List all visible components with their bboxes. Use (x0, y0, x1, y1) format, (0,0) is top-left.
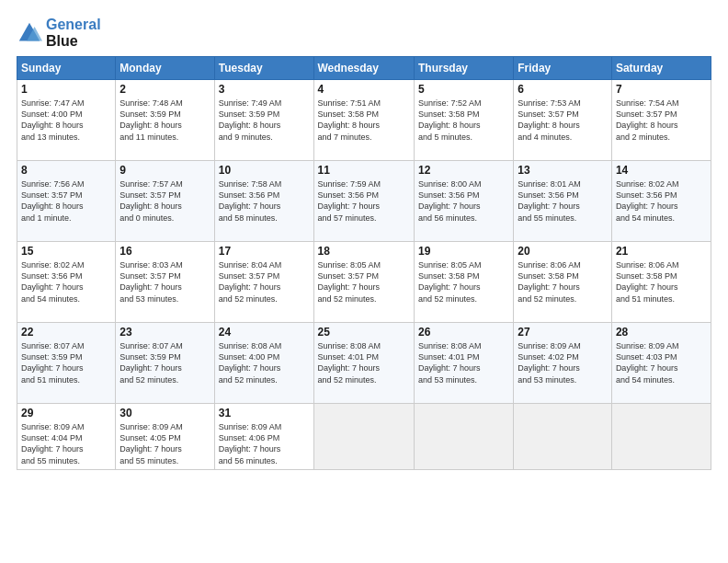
day-info: Sunrise: 7:58 AMSunset: 3:56 PMDaylight:… (219, 178, 310, 224)
calendar: SundayMondayTuesdayWednesdayThursdayFrid… (17, 56, 711, 470)
day-number: 13 (518, 164, 608, 177)
day-number: 20 (518, 245, 608, 258)
day-number: 16 (119, 245, 210, 258)
calendar-cell: 23Sunrise: 8:07 AMSunset: 3:59 PMDayligh… (116, 323, 214, 404)
calendar-cell: 6Sunrise: 7:53 AMSunset: 3:57 PMDaylight… (514, 80, 612, 161)
calendar-cell: 2Sunrise: 7:48 AMSunset: 3:59 PMDaylight… (116, 80, 214, 161)
calendar-cell: 30Sunrise: 8:09 AMSunset: 4:05 PMDayligh… (116, 404, 214, 470)
header: General Blue (17, 17, 711, 49)
calendar-cell: 22Sunrise: 8:07 AMSunset: 3:59 PMDayligh… (17, 323, 116, 404)
calendar-cell: 3Sunrise: 7:49 AMSunset: 3:59 PMDaylight… (214, 80, 313, 161)
calendar-cell (313, 404, 414, 470)
calendar-cell: 24Sunrise: 8:08 AMSunset: 4:00 PMDayligh… (214, 323, 313, 404)
day-info: Sunrise: 8:09 AMSunset: 4:06 PMDaylight:… (219, 421, 310, 466)
day-info: Sunrise: 8:05 AMSunset: 3:58 PMDaylight:… (418, 259, 509, 304)
calendar-week-row: 1Sunrise: 7:47 AMSunset: 4:00 PMDaylight… (17, 80, 711, 161)
calendar-week-row: 15Sunrise: 8:02 AMSunset: 3:56 PMDayligh… (17, 242, 711, 323)
day-info: Sunrise: 8:07 AMSunset: 3:59 PMDaylight:… (21, 340, 111, 385)
calendar-cell: 20Sunrise: 8:06 AMSunset: 3:58 PMDayligh… (514, 242, 612, 323)
day-info: Sunrise: 7:59 AMSunset: 3:56 PMDaylight:… (318, 178, 410, 224)
day-info: Sunrise: 8:08 AMSunset: 4:00 PMDaylight:… (219, 340, 310, 385)
col-header-thursday: Thursday (414, 57, 513, 80)
day-info: Sunrise: 8:09 AMSunset: 4:05 PMDaylight:… (119, 421, 210, 466)
calendar-header-row: SundayMondayTuesdayWednesdayThursdayFrid… (17, 57, 711, 80)
day-info: Sunrise: 8:06 AMSunset: 3:58 PMDaylight:… (616, 259, 707, 304)
day-number: 3 (219, 83, 310, 96)
calendar-cell: 4Sunrise: 7:51 AMSunset: 3:58 PMDaylight… (313, 80, 414, 161)
col-header-sunday: Sunday (17, 57, 116, 80)
day-info: Sunrise: 8:04 AMSunset: 3:57 PMDaylight:… (219, 259, 310, 304)
col-header-monday: Monday (116, 57, 214, 80)
day-number: 1 (21, 83, 111, 96)
day-info: Sunrise: 7:47 AMSunset: 4:00 PMDaylight:… (21, 98, 111, 143)
calendar-cell: 1Sunrise: 7:47 AMSunset: 4:00 PMDaylight… (17, 80, 116, 161)
day-number: 9 (119, 164, 210, 177)
day-number: 18 (318, 245, 410, 258)
calendar-week-row: 29Sunrise: 8:09 AMSunset: 4:04 PMDayligh… (17, 404, 711, 470)
calendar-cell: 5Sunrise: 7:52 AMSunset: 3:58 PMDaylight… (414, 80, 513, 161)
day-info: Sunrise: 7:54 AMSunset: 3:57 PMDaylight:… (616, 98, 707, 143)
day-info: Sunrise: 8:00 AMSunset: 3:56 PMDaylight:… (418, 178, 509, 224)
day-info: Sunrise: 8:02 AMSunset: 3:56 PMDaylight:… (616, 178, 707, 224)
day-number: 22 (21, 326, 111, 339)
calendar-week-row: 8Sunrise: 7:56 AMSunset: 3:57 PMDaylight… (17, 161, 711, 242)
calendar-cell: 17Sunrise: 8:04 AMSunset: 3:57 PMDayligh… (214, 242, 313, 323)
col-header-friday: Friday (514, 57, 612, 80)
day-info: Sunrise: 8:08 AMSunset: 4:01 PMDaylight:… (318, 340, 410, 385)
calendar-cell: 14Sunrise: 8:02 AMSunset: 3:56 PMDayligh… (611, 161, 711, 242)
calendar-cell: 15Sunrise: 8:02 AMSunset: 3:56 PMDayligh… (17, 242, 116, 323)
day-info: Sunrise: 8:09 AMSunset: 4:02 PMDaylight:… (518, 340, 608, 385)
day-info: Sunrise: 8:09 AMSunset: 4:03 PMDaylight:… (616, 340, 707, 385)
logo-icon (17, 20, 42, 46)
day-number: 29 (21, 407, 111, 419)
day-number: 5 (418, 83, 509, 96)
day-number: 8 (21, 164, 111, 177)
logo: General Blue (17, 17, 101, 49)
col-header-wednesday: Wednesday (313, 57, 414, 80)
day-info: Sunrise: 7:48 AMSunset: 3:59 PMDaylight:… (119, 98, 210, 143)
calendar-cell: 29Sunrise: 8:09 AMSunset: 4:04 PMDayligh… (17, 404, 116, 470)
calendar-cell: 8Sunrise: 7:56 AMSunset: 3:57 PMDaylight… (17, 161, 116, 242)
col-header-tuesday: Tuesday (214, 57, 313, 80)
logo-text: General Blue (46, 17, 101, 49)
day-info: Sunrise: 8:07 AMSunset: 3:59 PMDaylight:… (119, 340, 210, 385)
day-number: 14 (616, 164, 707, 177)
calendar-cell: 10Sunrise: 7:58 AMSunset: 3:56 PMDayligh… (214, 161, 313, 242)
day-number: 26 (418, 326, 509, 339)
calendar-cell: 12Sunrise: 8:00 AMSunset: 3:56 PMDayligh… (414, 161, 513, 242)
day-info: Sunrise: 7:51 AMSunset: 3:58 PMDaylight:… (318, 98, 410, 143)
day-info: Sunrise: 8:06 AMSunset: 3:58 PMDaylight:… (518, 259, 608, 304)
day-number: 6 (518, 83, 608, 96)
calendar-cell: 9Sunrise: 7:57 AMSunset: 3:57 PMDaylight… (116, 161, 214, 242)
col-header-saturday: Saturday (611, 57, 711, 80)
calendar-cell: 16Sunrise: 8:03 AMSunset: 3:57 PMDayligh… (116, 242, 214, 323)
day-number: 24 (219, 326, 310, 339)
calendar-cell: 28Sunrise: 8:09 AMSunset: 4:03 PMDayligh… (611, 323, 711, 404)
calendar-cell: 27Sunrise: 8:09 AMSunset: 4:02 PMDayligh… (514, 323, 612, 404)
day-info: Sunrise: 7:57 AMSunset: 3:57 PMDaylight:… (119, 178, 210, 224)
day-info: Sunrise: 8:05 AMSunset: 3:57 PMDaylight:… (318, 259, 410, 304)
day-number: 31 (219, 407, 310, 419)
day-info: Sunrise: 8:03 AMSunset: 3:57 PMDaylight:… (119, 259, 210, 304)
day-number: 27 (518, 326, 608, 339)
day-info: Sunrise: 7:56 AMSunset: 3:57 PMDaylight:… (21, 178, 111, 224)
page: General Blue SundayMondayTuesdayWednesda… (0, 0, 728, 563)
day-number: 11 (318, 164, 410, 177)
calendar-cell: 26Sunrise: 8:08 AMSunset: 4:01 PMDayligh… (414, 323, 513, 404)
day-number: 15 (21, 245, 111, 258)
calendar-week-row: 22Sunrise: 8:07 AMSunset: 3:59 PMDayligh… (17, 323, 711, 404)
day-number: 23 (119, 326, 210, 339)
calendar-cell: 19Sunrise: 8:05 AMSunset: 3:58 PMDayligh… (414, 242, 513, 323)
day-number: 10 (219, 164, 310, 177)
calendar-cell: 21Sunrise: 8:06 AMSunset: 3:58 PMDayligh… (611, 242, 711, 323)
day-info: Sunrise: 8:01 AMSunset: 3:56 PMDaylight:… (518, 178, 608, 224)
day-number: 25 (318, 326, 410, 339)
day-info: Sunrise: 8:09 AMSunset: 4:04 PMDaylight:… (21, 421, 111, 466)
day-info: Sunrise: 8:02 AMSunset: 3:56 PMDaylight:… (21, 259, 111, 304)
calendar-cell (414, 404, 513, 470)
day-number: 4 (318, 83, 410, 96)
calendar-cell: 18Sunrise: 8:05 AMSunset: 3:57 PMDayligh… (313, 242, 414, 323)
calendar-cell: 13Sunrise: 8:01 AMSunset: 3:56 PMDayligh… (514, 161, 612, 242)
day-number: 17 (219, 245, 310, 258)
calendar-cell: 25Sunrise: 8:08 AMSunset: 4:01 PMDayligh… (313, 323, 414, 404)
